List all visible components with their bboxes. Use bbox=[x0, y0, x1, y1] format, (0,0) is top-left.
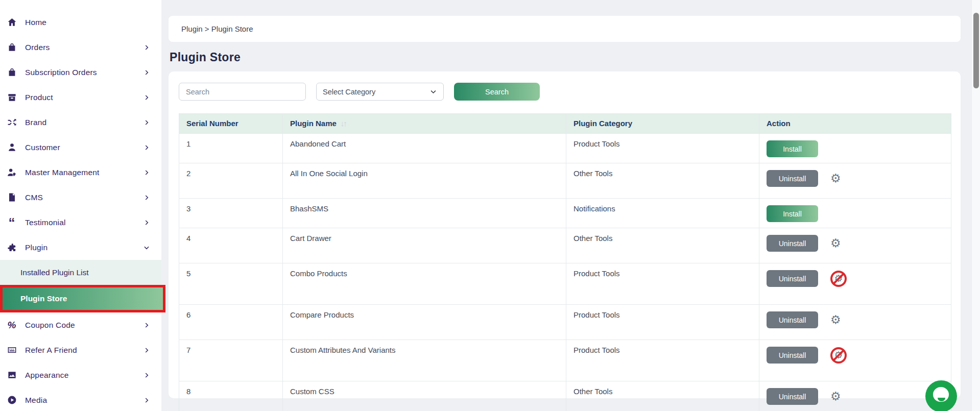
table-row: 7 Custom Attributes And Variants Product… bbox=[179, 340, 951, 381]
sidebar-item-brand[interactable]: Brand bbox=[0, 110, 161, 135]
sidebar-item-subscription-orders[interactable]: Subscription Orders bbox=[0, 60, 161, 85]
action-cell: Uninstall ⚙ bbox=[759, 305, 951, 340]
action-cell: Uninstall ⚙ bbox=[759, 263, 951, 305]
sidebar-item-label: Subscription Orders bbox=[25, 68, 143, 77]
sidebar-item-label: Brand bbox=[25, 118, 143, 127]
chevron-right-icon bbox=[143, 44, 150, 51]
sidebar-item-orders[interactable]: Orders bbox=[0, 35, 161, 60]
plugin-name-cell: Cart Drawer bbox=[283, 228, 566, 263]
play-icon bbox=[6, 395, 17, 406]
search-button[interactable]: Search bbox=[454, 83, 540, 101]
sort-icon[interactable]: ↓↑ bbox=[341, 119, 346, 128]
sidebar-item-product[interactable]: Product bbox=[0, 85, 161, 110]
sidebar-item-appearance[interactable]: Appearance bbox=[0, 362, 161, 388]
plugin-category-cell: Other Tools bbox=[566, 163, 759, 199]
page-title: Plugin Store bbox=[170, 51, 961, 64]
quote-icon: “ bbox=[6, 217, 17, 228]
sidebar-subitem-installed-plugin-list[interactable]: Installed Plugin List bbox=[0, 260, 161, 285]
action-cell: Uninstall ⚙ bbox=[759, 381, 951, 411]
sidebar-item-plugin[interactable]: Plugin bbox=[0, 235, 161, 260]
serial-cell: 5 bbox=[179, 263, 283, 305]
sidebar-item-home[interactable]: Home bbox=[0, 10, 161, 35]
install-button[interactable]: Install bbox=[767, 205, 818, 222]
sidebar-item-master-management[interactable]: Master Management bbox=[0, 160, 161, 185]
sidebar-item-label: Media bbox=[25, 396, 143, 405]
chevron-down-icon bbox=[143, 244, 150, 251]
user-gear-icon bbox=[6, 167, 17, 178]
plugin-table: Serial Number Plugin Name↓↑ Plugin Categ… bbox=[179, 113, 951, 411]
settings-gear-icon[interactable]: ⚙ bbox=[830, 391, 841, 402]
sidebar-item-customer[interactable]: Customer bbox=[0, 135, 161, 160]
plugin-name-cell: BhashSMS bbox=[283, 199, 566, 228]
table-header-row: Serial Number Plugin Name↓↑ Plugin Categ… bbox=[179, 114, 951, 134]
table-row: 2 All In One Social Login Other Tools Un… bbox=[179, 163, 951, 199]
sidebar-item-label: Refer A Friend bbox=[25, 346, 143, 355]
scrollbar-thumb[interactable] bbox=[973, 13, 979, 88]
settings-disabled-icon[interactable]: ⚙ bbox=[830, 271, 847, 287]
sidebar: Home Orders Subscription Orders Product … bbox=[0, 0, 161, 411]
breadcrumb: Plugin > Plugin Store bbox=[169, 16, 961, 42]
settings-gear-icon[interactable]: ⚙ bbox=[830, 237, 841, 249]
header-serial-number: Serial Number bbox=[179, 114, 283, 134]
plugin-category-cell: Product Tools bbox=[566, 305, 759, 340]
shopping-bag-icon bbox=[6, 42, 17, 53]
plugin-category-cell: Other Tools bbox=[566, 228, 759, 263]
chevron-right-icon bbox=[143, 69, 150, 76]
sidebar-item-media[interactable]: Media bbox=[0, 388, 161, 411]
action-cell: Uninstall ⚙ bbox=[759, 340, 951, 381]
plugin-name-cell: Abandoned Cart bbox=[283, 134, 566, 163]
chevron-right-icon bbox=[143, 119, 150, 126]
category-select-value: Select Category bbox=[323, 88, 375, 96]
plugin-category-cell: Notifications bbox=[566, 199, 759, 228]
action-cell: Install bbox=[759, 134, 951, 163]
annotation-highlight-box: Plugin Store bbox=[0, 285, 165, 312]
uninstall-button[interactable]: Uninstall bbox=[767, 347, 818, 364]
chevron-right-icon bbox=[143, 144, 150, 151]
sidebar-item-label: CMS bbox=[25, 193, 143, 202]
plugin-name-cell: Compare Products bbox=[283, 305, 566, 340]
sidebar-subitem-label: Installed Plugin List bbox=[20, 268, 89, 277]
action-cell: Uninstall ⚙ bbox=[759, 163, 951, 199]
install-button[interactable]: Install bbox=[767, 140, 818, 157]
shuffle-icon bbox=[6, 117, 17, 128]
uninstall-button[interactable]: Uninstall bbox=[767, 170, 818, 187]
action-cell: Install bbox=[759, 199, 951, 228]
sidebar-item-refer-a-friend[interactable]: Refer A Friend bbox=[0, 337, 161, 362]
sidebar-item-coupon-code[interactable]: % Coupon Code bbox=[0, 312, 161, 337]
action-cell: Uninstall ⚙ bbox=[759, 228, 951, 263]
uninstall-button[interactable]: Uninstall bbox=[767, 235, 818, 252]
chat-widget-button[interactable] bbox=[925, 380, 957, 411]
header-plugin-name[interactable]: Plugin Name↓↑ bbox=[283, 114, 566, 134]
sidebar-item-label: Orders bbox=[25, 43, 143, 52]
settings-gear-icon[interactable]: ⚙ bbox=[830, 314, 841, 326]
table-row: 5 Combo Products Product Tools Uninstall… bbox=[179, 263, 951, 305]
category-select[interactable]: Select Category bbox=[316, 83, 444, 101]
uninstall-button[interactable]: Uninstall bbox=[767, 388, 818, 405]
chevron-right-icon bbox=[143, 194, 150, 201]
header-action: Action bbox=[759, 114, 951, 134]
chevron-right-icon bbox=[143, 94, 150, 101]
serial-cell: 7 bbox=[179, 340, 283, 381]
table-row: 6 Compare Products Product Tools Uninsta… bbox=[179, 305, 951, 340]
uninstall-button[interactable]: Uninstall bbox=[767, 270, 818, 287]
search-input[interactable] bbox=[179, 83, 306, 101]
table-row: 4 Cart Drawer Other Tools Uninstall ⚙ bbox=[179, 228, 951, 263]
table-row: 8 Custom CSS Other Tools Uninstall ⚙ bbox=[179, 381, 951, 411]
uninstall-button[interactable]: Uninstall bbox=[767, 311, 818, 328]
plugin-store-card: Select Category Search Serial Number Plu… bbox=[169, 71, 961, 398]
sidebar-subitem-label: Plugin Store bbox=[20, 294, 67, 303]
plugin-category-cell: Product Tools bbox=[566, 263, 759, 305]
settings-gear-icon[interactable]: ⚙ bbox=[830, 173, 841, 184]
serial-cell: 4 bbox=[179, 228, 283, 263]
settings-disabled-icon[interactable]: ⚙ bbox=[830, 347, 847, 364]
table-row: 3 BhashSMS Notifications Install bbox=[179, 199, 951, 228]
serial-cell: 2 bbox=[179, 163, 283, 199]
sidebar-item-cms[interactable]: CMS bbox=[0, 185, 161, 210]
scrollbar[interactable] bbox=[971, 0, 980, 411]
sidebar-item-testimonial[interactable]: “ Testimonial bbox=[0, 210, 161, 235]
sidebar-item-label: Appearance bbox=[25, 371, 143, 380]
image-icon bbox=[6, 370, 17, 381]
header-plugin-category: Plugin Category bbox=[566, 114, 759, 134]
chevron-right-icon bbox=[143, 322, 150, 329]
sidebar-subitem-plugin-store[interactable]: Plugin Store bbox=[3, 287, 163, 310]
